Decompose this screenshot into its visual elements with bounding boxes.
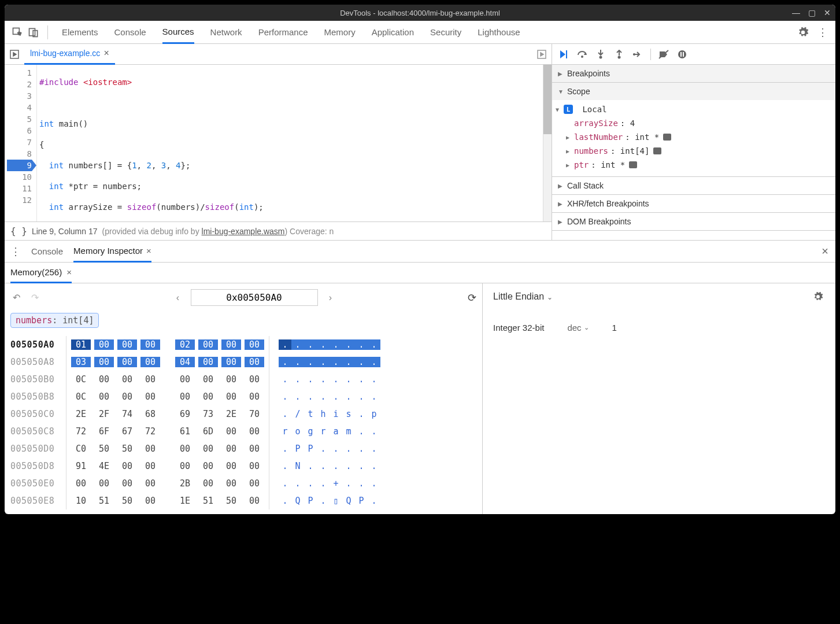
- hex-byte[interactable]: 0C: [71, 392, 91, 402]
- hex-byte[interactable]: 00: [140, 374, 160, 385]
- hex-byte[interactable]: 04: [175, 357, 195, 367]
- hex-byte[interactable]: 00: [245, 496, 264, 506]
- ascii-char[interactable]: .: [368, 357, 380, 367]
- hex-row[interactable]: 005050B80C00000000000000........: [10, 388, 476, 405]
- ascii-char[interactable]: .: [355, 478, 368, 489]
- ascii-char[interactable]: .: [368, 374, 380, 385]
- ascii-char[interactable]: .: [355, 374, 368, 385]
- hex-byte[interactable]: 00: [221, 374, 241, 385]
- hex-byte[interactable]: 00: [221, 339, 241, 350]
- ascii-char[interactable]: .: [317, 461, 330, 471]
- hex-byte[interactable]: 00: [94, 478, 114, 489]
- ascii-char[interactable]: .: [279, 357, 291, 367]
- pretty-print-icon[interactable]: { }: [10, 226, 27, 237]
- ascii-char[interactable]: Q: [291, 496, 304, 506]
- run-snippet-icon[interactable]: [535, 48, 548, 61]
- ascii-char[interactable]: /: [291, 409, 304, 419]
- drawer-close-icon[interactable]: ×: [822, 245, 828, 258]
- ascii-char[interactable]: .: [317, 374, 330, 385]
- ascii-char[interactable]: .: [368, 496, 380, 506]
- hex-byte[interactable]: 00: [117, 339, 137, 350]
- step-into-button[interactable]: [595, 49, 606, 60]
- hex-byte[interactable]: C0: [71, 444, 91, 454]
- ascii-char[interactable]: o: [291, 426, 304, 437]
- hex-byte[interactable]: 00: [117, 374, 137, 385]
- ascii-char[interactable]: .: [291, 339, 304, 350]
- ascii-char[interactable]: .: [317, 444, 330, 454]
- ascii-char[interactable]: .: [279, 339, 291, 350]
- ascii-char[interactable]: .: [304, 461, 317, 471]
- hex-byte[interactable]: 00: [117, 461, 137, 471]
- kebab-menu-icon[interactable]: ⋮: [816, 25, 830, 39]
- hex-byte[interactable]: 00: [198, 478, 218, 489]
- ascii-char[interactable]: .: [317, 339, 330, 350]
- breakpoints-section-header[interactable]: ▶Breakpoints: [552, 65, 835, 82]
- hex-byte[interactable]: 00: [245, 339, 264, 350]
- ascii-char[interactable]: g: [304, 426, 317, 437]
- scope-section-header[interactable]: ▼Scope: [552, 83, 835, 100]
- hex-byte[interactable]: 00: [245, 426, 264, 437]
- ascii-char[interactable]: .: [342, 339, 355, 350]
- history-forward-icon[interactable]: ↷: [29, 292, 40, 303]
- ascii-char[interactable]: r: [279, 426, 291, 437]
- ascii-char[interactable]: .: [279, 392, 291, 402]
- hex-row[interactable]: 005050C8726F6772616D0000rogram..: [10, 423, 476, 440]
- hex-byte[interactable]: 0C: [71, 374, 91, 385]
- tab-memory[interactable]: Memory: [324, 21, 356, 44]
- ascii-char[interactable]: p: [368, 409, 380, 419]
- hex-row[interactable]: 005050E8105150001E515000.QP.▯QP.: [10, 492, 476, 509]
- ascii-char[interactable]: .: [291, 357, 304, 367]
- resume-panel-icon[interactable]: [8, 48, 21, 61]
- ascii-char[interactable]: .: [355, 444, 368, 454]
- window-maximize-button[interactable]: ▢: [808, 9, 816, 17]
- ascii-char[interactable]: t: [304, 409, 317, 419]
- drawer-menu-icon[interactable]: ⋮: [10, 245, 21, 258]
- hex-byte[interactable]: 00: [117, 357, 137, 367]
- hex-byte[interactable]: 00: [198, 374, 218, 385]
- ascii-char[interactable]: .: [355, 392, 368, 402]
- code-scrollbar[interactable]: [543, 65, 552, 221]
- memory-highlight-chip[interactable]: numbers: int[4]: [10, 313, 99, 328]
- tab-elements[interactable]: Elements: [62, 21, 98, 44]
- scope-variable[interactable]: arraySize: 4: [556, 116, 831, 130]
- tab-network[interactable]: Network: [210, 21, 242, 44]
- hex-byte[interactable]: 00: [175, 444, 195, 454]
- hex-byte[interactable]: 00: [94, 357, 114, 367]
- hex-byte[interactable]: 91: [71, 461, 91, 471]
- ascii-char[interactable]: .: [368, 461, 380, 471]
- hex-byte[interactable]: 00: [198, 461, 218, 471]
- hex-byte[interactable]: 50: [94, 444, 114, 454]
- dom-breakpoints-section-header[interactable]: ▶DOM Breakpoints: [552, 213, 835, 230]
- ascii-char[interactable]: .: [317, 357, 330, 367]
- ascii-char[interactable]: P: [291, 444, 304, 454]
- drawer-tab-console[interactable]: Console: [31, 241, 63, 263]
- hex-byte[interactable]: 00: [175, 374, 195, 385]
- hex-byte[interactable]: 01: [71, 339, 91, 350]
- ascii-char[interactable]: .: [342, 357, 355, 367]
- ascii-char[interactable]: r: [317, 426, 330, 437]
- drawer-tab-close-icon[interactable]: ×: [146, 246, 151, 256]
- ascii-char[interactable]: .: [342, 461, 355, 471]
- memory-refresh-icon[interactable]: ⟳: [468, 291, 476, 304]
- hex-byte[interactable]: 2B: [175, 478, 195, 489]
- hex-byte[interactable]: 00: [94, 374, 114, 385]
- ascii-char[interactable]: .: [317, 496, 330, 506]
- memory-tab-close-icon[interactable]: ×: [66, 267, 72, 277]
- ascii-char[interactable]: .: [368, 339, 380, 350]
- endianness-select[interactable]: Little Endian ⌄: [493, 291, 553, 302]
- window-minimize-button[interactable]: —: [792, 9, 800, 17]
- scope-variable[interactable]: ▶lastNumber: int *: [556, 130, 831, 144]
- step-button[interactable]: [632, 49, 643, 60]
- hex-byte[interactable]: 1E: [175, 496, 195, 506]
- ascii-char[interactable]: .: [342, 392, 355, 402]
- hex-byte[interactable]: 00: [117, 392, 137, 402]
- ascii-char[interactable]: h: [317, 409, 330, 419]
- hex-byte[interactable]: 00: [94, 392, 114, 402]
- hex-byte[interactable]: 2F: [94, 409, 114, 419]
- ascii-char[interactable]: .: [279, 444, 291, 454]
- scope-variable[interactable]: ▶ptr: int *: [556, 158, 831, 172]
- hex-byte[interactable]: 70: [245, 409, 264, 419]
- ascii-char[interactable]: .: [342, 374, 355, 385]
- device-toggle-icon[interactable]: [27, 25, 40, 39]
- hex-row[interactable]: 005050A80300000004000000........: [10, 353, 476, 371]
